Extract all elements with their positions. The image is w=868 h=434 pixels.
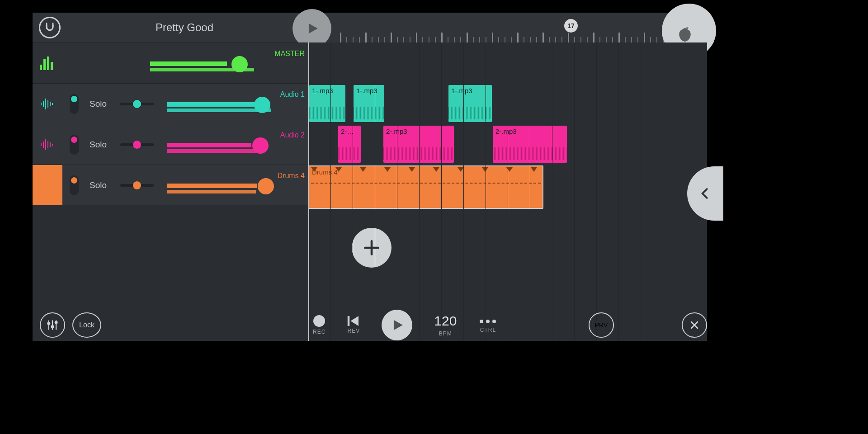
ctrl-menu-button[interactable]: CTRL (478, 317, 497, 333)
track-row-master[interactable]: MASTER (33, 42, 308, 83)
volume-slider[interactable]: Audio 2 (167, 131, 308, 158)
svg-rect-20 (47, 179, 50, 191)
clip-audio2-2[interactable]: 2-.mp3 (383, 126, 454, 163)
app-stage: Pretty Good 17 MASTER (33, 13, 707, 341)
close-icon (689, 320, 700, 330)
dots-icon (478, 317, 497, 325)
header-bar: Pretty Good 17 (33, 13, 707, 42)
tempo-button[interactable]: 120 BPM (434, 313, 457, 337)
position-marker[interactable]: 17 (564, 19, 578, 33)
master-meter-icon (33, 57, 62, 70)
lock-label: Lock (79, 321, 94, 329)
pan-knob[interactable] (120, 184, 154, 187)
pan-knob[interactable] (120, 103, 154, 105)
mute-toggle[interactable] (70, 175, 79, 195)
svg-rect-2 (40, 65, 42, 70)
bpm-value: 120 (434, 313, 457, 329)
rewind-button[interactable]: REV (347, 316, 360, 334)
track-name: Audio 2 (280, 131, 305, 139)
bpm-label: BPM (439, 330, 452, 337)
snap-button[interactable] (39, 17, 61, 38)
timeline-pane[interactable]: 1-.mp3 1-.mp3 1-.mp3 2-… 2-.mp3 2-.mp3 D… (308, 42, 707, 341)
track-name: Drums 4 (278, 172, 305, 180)
volume-slider[interactable]: Audio 1 (167, 90, 308, 118)
record-icon (313, 315, 325, 327)
rec-label: REC (313, 329, 326, 335)
track-name: Audio 1 (280, 90, 305, 99)
track-row-audio2[interactable]: Solo Audio 2 (33, 124, 308, 165)
play-icon (389, 317, 405, 333)
track-name: MASTER (274, 50, 305, 58)
waveform-icon (33, 138, 62, 151)
solo-button[interactable]: Solo (90, 99, 107, 109)
record-button[interactable]: REC (313, 315, 326, 335)
prv-label: PRV (595, 321, 608, 329)
play-button[interactable] (382, 310, 412, 340)
clip-drums4[interactable]: Drums 4 (308, 165, 543, 209)
lock-button[interactable]: Lock (72, 312, 101, 338)
rev-label: REV (348, 328, 360, 334)
magnet-icon (43, 21, 56, 34)
svg-rect-4 (47, 57, 49, 70)
project-title[interactable]: Pretty Good (156, 21, 213, 34)
clip-audio2-1[interactable]: 2-… (338, 126, 361, 163)
pan-knob[interactable] (120, 143, 154, 146)
svg-point-27 (55, 321, 57, 324)
fruit-icon (676, 26, 694, 44)
stepseq-icon (33, 179, 62, 192)
add-track-button[interactable] (352, 228, 392, 268)
svg-rect-5 (51, 62, 53, 70)
svg-rect-21 (51, 179, 53, 191)
track-row-drums4[interactable]: Solo Drums 4 (33, 165, 308, 205)
clip-audio1-2[interactable]: 1-.mp3 (354, 85, 384, 122)
preview-button[interactable]: PRV (589, 312, 614, 338)
sliders-icon (46, 319, 59, 331)
svg-point-26 (52, 326, 54, 328)
svg-point-25 (48, 322, 50, 325)
solo-button[interactable]: Solo (90, 180, 107, 190)
drum-hits-icon (311, 167, 541, 172)
svg-rect-18 (40, 179, 42, 191)
volume-slider[interactable]: MASTER (150, 50, 308, 77)
marker-label: 17 (567, 22, 575, 29)
track-headers-pane: MASTER Solo Audio 1 Solo (33, 42, 308, 205)
svg-rect-19 (43, 179, 46, 191)
svg-rect-28 (348, 316, 349, 326)
volume-slider[interactable]: Drums 4 (167, 172, 308, 199)
svg-rect-3 (43, 59, 46, 70)
track-row-audio1[interactable]: Solo Audio 1 (33, 83, 308, 124)
close-button[interactable] (682, 312, 707, 338)
plus-icon (362, 238, 382, 258)
transport-bar: Lock REC REV 120 BPM CTRL PRV (33, 307, 707, 343)
ctrl-label: CTRL (480, 327, 496, 333)
clip-audio1-1[interactable]: 1-.mp3 (309, 85, 345, 122)
mute-toggle[interactable] (70, 94, 79, 114)
mute-toggle[interactable] (70, 135, 79, 155)
skip-back-icon (347, 316, 360, 326)
solo-button[interactable]: Solo (90, 140, 107, 150)
mixer-button[interactable] (40, 312, 65, 338)
chevron-left-icon (698, 184, 712, 203)
waveform-icon (33, 97, 62, 111)
timeline-ruler[interactable]: 17 (308, 13, 707, 42)
